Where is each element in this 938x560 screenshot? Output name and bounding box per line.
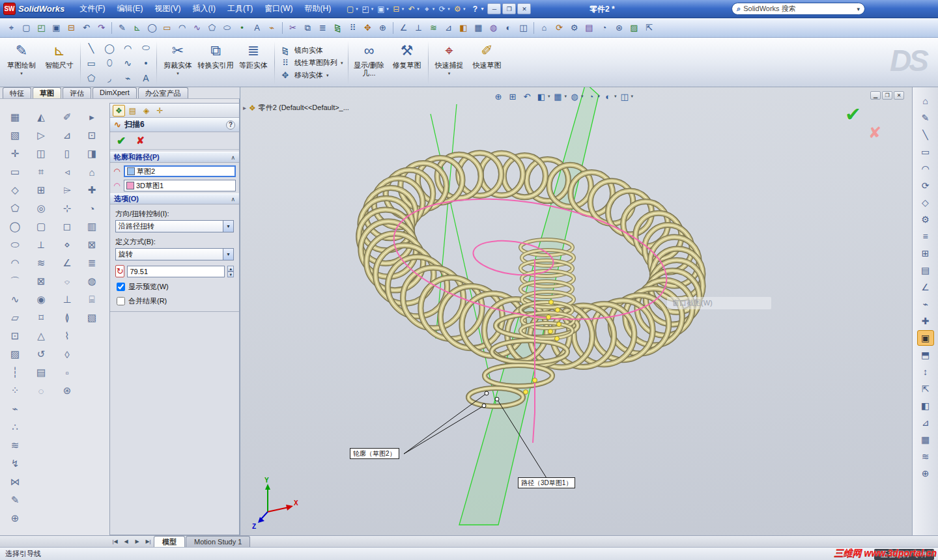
menu-item[interactable]: 工具(T) [221, 1, 259, 17]
toolbar-icon[interactable]: ◧ [457, 21, 470, 35]
fillet-icon[interactable]: ◞ [101, 70, 118, 85]
chevron-down-icon[interactable]: ▾ [448, 7, 450, 12]
toolbar-icon[interactable]: ┆ [7, 364, 23, 381]
sketch-button[interactable]: ✎ 草图绘制 ▾ [3, 39, 40, 87]
toolbar-icon[interactable]: ⌁ [917, 296, 934, 312]
pm-configurations-tab-icon[interactable]: ▤ [126, 105, 139, 117]
menu-item[interactable]: 文件(F) [74, 1, 111, 17]
undo-icon[interactable]: ↶ [405, 3, 418, 16]
toolbar-icon[interactable]: ∠ [59, 255, 76, 272]
toolbar-icon[interactable]: ▷ [33, 127, 50, 144]
chevron-down-icon[interactable]: ▾ [631, 94, 634, 99]
toolbar-icon[interactable]: ⊠ [33, 273, 50, 290]
line-icon[interactable]: ╲ [83, 40, 100, 55]
toolbar-icon[interactable]: ⊥ [59, 291, 76, 308]
toolbar-icon[interactable]: ▨ [627, 21, 641, 35]
toolbar-icon[interactable]: ▥ [83, 218, 100, 235]
chevron-down-icon[interactable]: ▾ [581, 94, 584, 99]
spline-icon[interactable]: ∿ [119, 55, 136, 70]
circle-icon[interactable]: ◯ [101, 40, 118, 55]
toolbar-icon[interactable]: ⧎ [331, 21, 345, 35]
toolbar-icon[interactable]: ◐ [502, 21, 515, 35]
toolbar-icon[interactable]: ◠ [917, 161, 934, 176]
toolbar-icon[interactable]: ≋ [427, 21, 440, 35]
merge-result-checkbox[interactable] [117, 297, 125, 305]
toolbar-icon[interactable]: ▦ [472, 21, 485, 35]
toolbar-icon[interactable]: ⠿ [346, 21, 360, 35]
toolbar-icon[interactable]: ▦ [7, 109, 23, 126]
slot-icon[interactable]: ⬯ [101, 55, 118, 70]
toolbar-icon[interactable]: ◔ [597, 21, 611, 35]
toolbar-icon[interactable]: ⁘ [7, 382, 23, 399]
minimize-button[interactable]: ─ [487, 3, 501, 14]
tab-motion-study[interactable]: Motion Study 1 [186, 536, 250, 547]
toolbar-icon[interactable]: • [235, 21, 249, 35]
toolbar-icon[interactable]: ✛ [7, 145, 23, 162]
toolbar-icon[interactable]: ▱ [7, 309, 23, 326]
chevron-down-icon[interactable]: ▾ [463, 7, 466, 12]
section-view-icon[interactable]: ◧ [535, 91, 548, 102]
toolbar-icon[interactable]: ▸ [83, 109, 100, 126]
chevron-down-icon[interactable]: ▾ [417, 7, 419, 12]
chevron-down-icon[interactable]: ▾ [598, 94, 601, 99]
tab-nav-button[interactable]: ◀ [121, 537, 132, 546]
toolbar-icon[interactable]: ≋ [7, 437, 23, 454]
toolbar-icon[interactable]: ◉ [33, 291, 50, 308]
command-tab[interactable]: DimXpert [92, 87, 137, 98]
rapid-sketch-button[interactable]: ✐ 快速草图 [468, 39, 506, 87]
chevron-down-icon[interactable]: ▾ [20, 70, 23, 77]
toolbar-icon[interactable]: △ [33, 328, 50, 344]
tab-nav-button[interactable]: |◀ [109, 537, 121, 546]
repair-sketch-button[interactable]: ⚒ 修复草图 [388, 39, 426, 87]
toolbar-icon[interactable]: ⌔ [59, 273, 76, 290]
command-tab[interactable]: 草图 [33, 87, 61, 98]
trim-entities-button[interactable]: ✂ 剪裁实体 ▾ [159, 39, 197, 87]
toolbar-icon[interactable]: ↷ [94, 21, 108, 35]
toolbar-icon[interactable]: ◠ [7, 255, 23, 272]
menu-item[interactable]: 帮助(H) [299, 1, 337, 17]
flyout-arrow-icon[interactable]: ▸ [243, 104, 246, 111]
tab-nav-button[interactable]: ▶ [132, 537, 143, 546]
toolbar-icon[interactable]: ⊠ [83, 236, 100, 253]
toolbar-icon[interactable]: ⬠ [7, 200, 23, 217]
toolbar-icon[interactable]: ≋ [917, 449, 934, 464]
chevron-down-icon[interactable]: ▾ [448, 70, 451, 77]
group-options[interactable]: 选项(O) ∧ [110, 193, 239, 204]
chevron-down-icon[interactable]: ▾ [433, 7, 435, 12]
toolbar-icon[interactable]: ⬭ [220, 21, 234, 35]
toolbar-icon[interactable]: ⬠ [205, 21, 219, 35]
merge-result-row[interactable]: 合并结果(R) [117, 296, 233, 306]
toolbar-icon[interactable]: ≣ [83, 255, 100, 272]
toolbar-icon[interactable]: ⌑ [33, 309, 50, 326]
collapse-icon[interactable]: ∧ [231, 154, 235, 161]
toolbar-icon[interactable]: ↯ [7, 455, 23, 472]
toolbar-icon[interactable]: ⋄ [59, 236, 76, 253]
chevron-down-icon[interactable]: ▾ [548, 94, 550, 99]
toolbar-icon[interactable]: ⌸ [83, 291, 100, 308]
hide-show-icon[interactable]: ◔ [585, 91, 598, 102]
toolbar-icon[interactable]: ✎ [115, 21, 129, 35]
toolbar-icon[interactable]: ◻ [59, 218, 76, 235]
previous-view-icon[interactable]: ↶ [520, 91, 533, 102]
close-button[interactable]: ✕ [517, 3, 531, 14]
toolbar-icon[interactable]: ▤ [917, 262, 934, 278]
menu-item[interactable]: 插入(I) [187, 1, 221, 17]
toolbar-icon[interactable]: ⬒ [917, 347, 934, 363]
toolbar-icon[interactable]: ▧ [7, 127, 23, 144]
toolbar-icon[interactable]: ⊛ [59, 382, 76, 399]
toolbar-icon[interactable]: ⟳ [917, 178, 934, 193]
toolbar-icon[interactable]: ◍ [487, 21, 500, 35]
toolbar-icon[interactable]: ⟳ [552, 21, 566, 35]
confirm-ok-button[interactable]: ✔ [845, 103, 861, 126]
toolbar-icon[interactable]: ⌇ [59, 328, 76, 344]
toolbar-icon[interactable]: ∠ [397, 21, 410, 35]
search-chevron-icon[interactable]: ▾ [857, 6, 860, 12]
edit-appearance-icon[interactable]: ◐ [601, 91, 614, 102]
toolbar-icon[interactable]: ≋ [33, 255, 50, 272]
toolbar-icon[interactable]: ▢ [33, 218, 50, 235]
doc-close-button[interactable]: ✕ [894, 91, 904, 100]
toolbar-icon[interactable]: ⊞ [33, 182, 50, 199]
toolbar-icon[interactable]: ◔ [83, 200, 100, 217]
toolbar-icon[interactable]: ⧉ [301, 21, 315, 35]
chevron-down-icon[interactable]: ▾ [326, 73, 329, 78]
